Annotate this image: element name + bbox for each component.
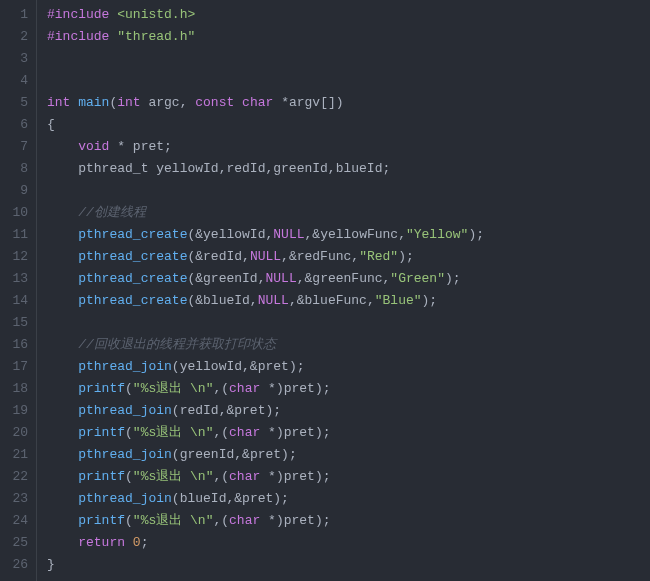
token-hdr: <unistd.h> (117, 7, 195, 22)
token-fn: pthread_join (78, 491, 172, 506)
token-p (47, 293, 78, 308)
code-line[interactable]: return 0; (47, 532, 650, 554)
line-number: 24 (6, 510, 28, 532)
token-hdr: "thread.h" (117, 29, 195, 44)
token-p: ( (125, 513, 133, 528)
token-p (47, 381, 78, 396)
token-p: ( (125, 425, 133, 440)
token-fn: pthread_create (78, 271, 187, 286)
token-p (47, 359, 78, 374)
code-line[interactable]: pthread_t yellowId,redId,greenId,blueId; (47, 158, 650, 180)
token-kw: NULL (250, 249, 281, 264)
code-line[interactable] (47, 312, 650, 334)
token-p (47, 249, 78, 264)
code-line[interactable]: #include <unistd.h> (47, 4, 650, 26)
token-p (47, 161, 78, 176)
token-op: & (195, 227, 203, 242)
code-line[interactable]: pthread_join(blueId,&pret); (47, 488, 650, 510)
line-number: 8 (6, 158, 28, 180)
line-number: 25 (6, 532, 28, 554)
token-p: ); (445, 271, 461, 286)
token-p (47, 403, 78, 418)
line-number: 22 (6, 466, 28, 488)
token-kw: NULL (258, 293, 289, 308)
token-p: ,( (213, 425, 229, 440)
line-number: 11 (6, 224, 28, 246)
token-fn: pthread_join (78, 403, 172, 418)
token-p (47, 205, 78, 220)
token-str: "Red" (359, 249, 398, 264)
line-number: 4 (6, 70, 28, 92)
token-type: int (47, 95, 70, 110)
token-fn: printf (78, 469, 125, 484)
code-line[interactable]: //创建线程 (47, 202, 650, 224)
token-p (260, 425, 268, 440)
token-id: pthread_t (78, 161, 148, 176)
token-cmt: //创建线程 (78, 205, 146, 220)
token-pp: #include (47, 7, 109, 22)
token-op: & (195, 293, 203, 308)
token-p: )pret); (276, 425, 331, 440)
token-p: ); (468, 227, 484, 242)
code-line[interactable] (47, 48, 650, 70)
token-p (125, 535, 133, 550)
token-p (47, 425, 78, 440)
code-line[interactable]: #include "thread.h" (47, 26, 650, 48)
token-p: argv[]) (289, 95, 344, 110)
code-line[interactable]: int main(int argc, const char *argv[]) (47, 92, 650, 114)
token-op: & (195, 249, 203, 264)
token-p: pret); (258, 359, 305, 374)
code-line[interactable]: printf("%s退出 \n",(char *)pret); (47, 510, 650, 532)
token-p: ( (125, 381, 133, 396)
code-line[interactable]: pthread_join(redId,&pret); (47, 400, 650, 422)
code-line[interactable]: printf("%s退出 \n",(char *)pret); (47, 378, 650, 400)
token-p: , (281, 249, 289, 264)
token-p: redId, (203, 249, 250, 264)
token-fn: pthread_create (78, 293, 187, 308)
token-op: & (242, 447, 250, 462)
token-op: * (281, 95, 289, 110)
token-type: char (229, 513, 260, 528)
code-line[interactable]: pthread_join(greenId,&pret); (47, 444, 650, 466)
token-op: & (312, 227, 320, 242)
token-op: * (268, 425, 276, 440)
code-line[interactable]: pthread_join(yellowId,&pret); (47, 356, 650, 378)
token-str: "Yellow" (406, 227, 468, 242)
code-line[interactable]: pthread_create(&blueId,NULL,&blueFunc,"B… (47, 290, 650, 312)
token-p: ); (398, 249, 414, 264)
code-line[interactable]: printf("%s退出 \n",(char *)pret); (47, 422, 650, 444)
code-line[interactable]: } (47, 554, 650, 576)
token-kw: NULL (273, 227, 304, 242)
token-cmt: //回收退出的线程并获取打印状态 (78, 337, 276, 352)
token-p: blueFunc, (305, 293, 375, 308)
code-line[interactable]: pthread_create(&yellowId,NULL,&yellowFun… (47, 224, 650, 246)
code-editor[interactable]: 1234567891011121314151617181920212223242… (0, 0, 650, 581)
line-number: 9 (6, 180, 28, 202)
code-line[interactable]: pthread_create(&redId,NULL,&redFunc,"Red… (47, 246, 650, 268)
token-p (47, 535, 78, 550)
token-p: (blueId, (172, 491, 234, 506)
token-p: pret; (125, 139, 172, 154)
token-type: char (229, 425, 260, 440)
token-p: pret); (242, 491, 289, 506)
code-line[interactable] (47, 70, 650, 92)
code-line[interactable] (47, 180, 650, 202)
line-number: 6 (6, 114, 28, 136)
token-p (47, 139, 78, 154)
token-type: char (229, 469, 260, 484)
code-line[interactable]: printf("%s退出 \n",(char *)pret); (47, 466, 650, 488)
code-line[interactable]: //回收退出的线程并获取打印状态 (47, 334, 650, 356)
token-p (273, 95, 281, 110)
token-kw: NULL (265, 271, 296, 286)
token-p: yellowFunc, (320, 227, 406, 242)
token-fn: pthread_create (78, 249, 187, 264)
code-line[interactable]: { (47, 114, 650, 136)
token-op: * (117, 139, 125, 154)
code-line[interactable]: void * pret; (47, 136, 650, 158)
line-number: 21 (6, 444, 28, 466)
token-p (260, 513, 268, 528)
token-p: pret); (234, 403, 281, 418)
token-p: , (297, 271, 305, 286)
code-area[interactable]: #include <unistd.h>#include "thread.h"in… (37, 0, 650, 581)
code-line[interactable]: pthread_create(&greenId,NULL,&greenFunc,… (47, 268, 650, 290)
